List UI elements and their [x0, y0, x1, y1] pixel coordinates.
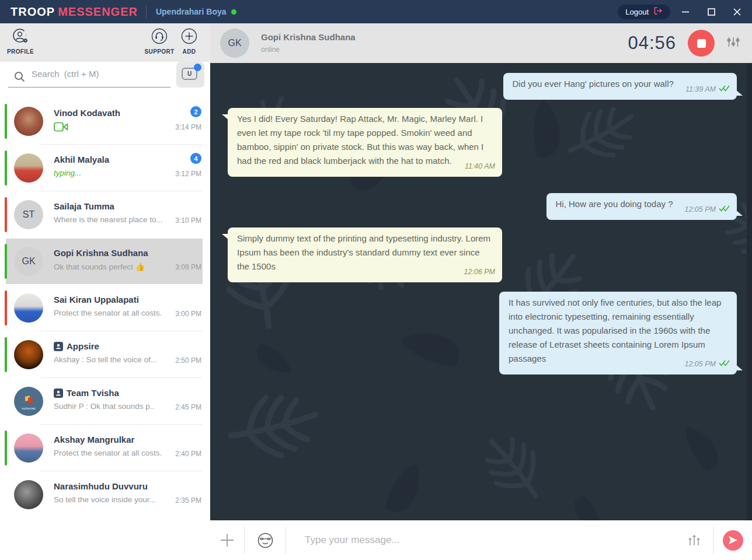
stop-recording-button[interactable] — [688, 30, 715, 57]
attach-button[interactable] — [210, 533, 244, 548]
unread-count-badge: 4 — [190, 153, 201, 164]
avatar — [14, 153, 43, 183]
status-bar-online — [5, 430, 7, 466]
chat-message-area: Did you ever Hang' pictures on your wall… — [210, 63, 752, 520]
contact-row-appsire-group[interactable]: Appsire Akshay : So tell the voice of...… — [0, 331, 210, 378]
contact-time: 3:14 PM — [175, 123, 201, 131]
status-bar-offline — [5, 197, 7, 232]
avatar-initials: GK — [14, 247, 43, 276]
message-bubble-sent[interactable]: It has survived not only five centuries,… — [499, 292, 737, 374]
message-bubble-sent[interactable]: Hi, How are you doing today ? 12:05 PM — [546, 193, 737, 220]
search-bar: U — [0, 62, 210, 98]
contact-row-sai-kiran-uppalapati[interactable]: Sai Kiran Uppalapati Protect the senator… — [0, 285, 210, 331]
contact-name: Sai Kiran Uppalapati — [54, 295, 139, 304]
read-receipt-double-check-icon — [719, 357, 730, 371]
search-icon — [14, 71, 25, 85]
message-text: It has survived not only five centuries,… — [509, 298, 721, 363]
message-bubble-sent[interactable]: Did you ever Hang' pictures on your wall… — [503, 73, 737, 100]
contact-time: 2:35 PM — [175, 496, 201, 505]
minimize-button[interactable] — [675, 0, 696, 23]
avatar — [14, 433, 43, 463]
contact-name: Sailaja Tumma — [54, 201, 114, 211]
contact-row-team-tvisha-group[interactable]: volocrat Team Tvisha Sudhir P : Ok that … — [0, 378, 210, 425]
add-label: ADD — [183, 48, 196, 55]
message-text: Did you ever Hang' pictures on your wall… — [513, 79, 674, 89]
maximize-button[interactable] — [701, 0, 722, 23]
profile-icon — [12, 28, 29, 47]
read-receipt-double-check-icon — [719, 82, 730, 96]
contact-row-akshay-mangrulkar[interactable]: Akshay Mangrulkar Protect the senator at… — [0, 425, 210, 471]
contact-row-narasimhudu-duvvuru[interactable]: Narasimhudu Duvvuru So tell the voice in… — [0, 471, 210, 518]
close-button[interactable] — [726, 0, 747, 23]
contact-row-vinod-kodavath[interactable]: Vinod Kodavath 2 3:14 PM — [0, 98, 210, 145]
contact-name: Vinod Kodavath — [54, 108, 120, 118]
message-input[interactable] — [286, 534, 676, 546]
add-button[interactable]: ADD — [176, 28, 203, 55]
unread-filter-button[interactable]: U — [176, 62, 204, 88]
audio-settings-icon[interactable] — [726, 35, 740, 51]
contact-row-akhil-malyala[interactable]: Akhil Malyala typing... 4 3:12 PM — [0, 145, 210, 191]
forkout-button[interactable] — [676, 533, 713, 547]
contact-list: Vinod Kodavath 2 3:14 PM Akhil Malyala t… — [0, 98, 210, 560]
chat-avatar-initials: GK — [220, 29, 249, 58]
search-underline — [8, 87, 170, 88]
message-time: 12:05 PM — [684, 357, 716, 371]
status-bar-online — [5, 150, 7, 186]
group-icon — [54, 342, 63, 351]
last-message-preview: Ok that sounds perfect 👍 — [54, 262, 145, 271]
status-bar-offline — [5, 290, 7, 326]
contact-name: Team Tvisha — [54, 388, 119, 398]
typing-indicator: typing... — [54, 169, 81, 177]
last-message-preview: Sudhir P : Ok that sounds p.. — [54, 402, 154, 411]
user-online-dot — [231, 9, 236, 15]
avatar — [14, 340, 43, 369]
logout-button[interactable]: Logout — [618, 5, 670, 19]
add-icon — [181, 28, 197, 47]
avatar: volocrat — [14, 387, 43, 416]
avatar-initials: ST — [14, 200, 43, 229]
current-user-name: Upendrahari Boya — [156, 7, 227, 16]
contact-time: 2:45 PM — [175, 403, 201, 411]
avatar — [14, 480, 43, 509]
unread-count-badge: 2 — [190, 106, 201, 117]
support-button[interactable]: SUPPORT — [146, 28, 173, 55]
emoji-button[interactable] — [245, 533, 286, 548]
contact-row-gopi-krishna-sudhana-selected[interactable]: GK Gopi Krishna Sudhana Ok that sounds p… — [0, 238, 210, 285]
contact-time: 3:10 PM — [175, 216, 201, 225]
support-icon — [151, 28, 168, 47]
contact-time: 3:12 PM — [175, 170, 201, 178]
call-timer: 04:56 — [628, 33, 676, 54]
status-bar-online — [5, 104, 7, 139]
profile-button[interactable]: PROFILE — [7, 28, 34, 55]
contact-name: Akhil Malyala — [54, 155, 109, 164]
message-time: 11:40 AM — [465, 159, 495, 173]
message-bubble-received[interactable]: Simply dummy text of the printing and ty… — [228, 228, 502, 282]
contact-time: 2:40 PM — [175, 450, 201, 458]
last-message-preview: Protect the senator at all costs. — [54, 449, 162, 457]
search-input[interactable] — [32, 69, 160, 79]
chat-panel: GK Gopi Krishna Sudhana online 04:56 — [210, 23, 752, 560]
message-text: Simply dummy text of the printing and ty… — [237, 233, 490, 271]
contact-time: 3:00 PM — [175, 310, 201, 318]
chat-scrollbar[interactable] — [747, 63, 752, 520]
last-message-preview: Akshay : So tell the voice of... — [54, 355, 157, 364]
logout-label: Logout — [625, 8, 649, 16]
stop-icon — [697, 39, 706, 48]
contact-name: Gopi Krishna Sudhana — [54, 248, 148, 258]
group-icon — [54, 388, 63, 398]
contact-name: Akshay Mangrulkar — [54, 435, 134, 444]
chat-contact-name: Gopi Krishna Sudhana — [261, 32, 356, 42]
last-message-preview: Protect the senator at all costs. — [54, 309, 162, 317]
message-compose-bar — [210, 520, 752, 560]
volocrat-logo — [24, 396, 33, 404]
profile-label: PROFILE — [7, 48, 34, 55]
status-bar-online — [5, 244, 7, 279]
contact-row-sailaja-tumma[interactable]: ST Sailaja Tumma Where is the nearest pl… — [0, 191, 210, 238]
app-logo: TROOP MESSENGER — [11, 5, 138, 19]
send-button[interactable] — [723, 530, 743, 551]
logo-troop: TROOP — [11, 5, 55, 19]
chat-header: GK Gopi Krishna Sudhana online 04:56 — [210, 23, 752, 63]
message-bubble-received[interactable]: Yes I did! Every Saturday! Rap Attack, M… — [228, 108, 502, 177]
support-label: SUPPORT — [144, 48, 174, 55]
group-name: Team Tvisha — [67, 388, 119, 398]
